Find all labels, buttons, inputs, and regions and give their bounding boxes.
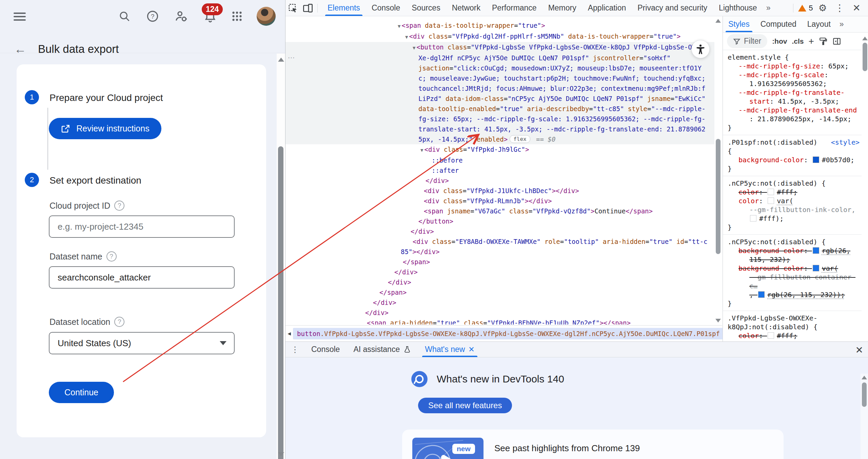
dataset-location-label: Dataset location? [50, 317, 124, 327]
avatar[interactable] [257, 7, 276, 26]
scroll-down-icon[interactable] [278, 452, 284, 456]
elements-breadcrumb: ◀ button.VfPpkd-LgbsSe.VfPpkd-LgbsSe-OWX… [285, 325, 722, 341]
issues-warning-button[interactable]: 5 [798, 4, 813, 13]
scrollbar-thumb[interactable] [863, 43, 867, 71]
css-rules[interactable]: element.style {--mdc-ripple-fg-size: 65p… [723, 50, 868, 341]
devtools-window: Elements Console Sources Network Perform… [285, 0, 868, 459]
dom-tree[interactable]: ▼<span data-is-tooltip-wrapper="true">▼<… [285, 16, 714, 325]
drawer-scrollbar[interactable] [861, 374, 868, 459]
close-tab-icon[interactable]: ✕ [468, 345, 474, 354]
sidebar-panel-icon[interactable] [832, 37, 841, 46]
open-in-new-icon [61, 124, 70, 133]
page-title: Bulk data export [38, 43, 119, 56]
scrollbar-thumb[interactable] [278, 146, 283, 459]
svg-text:?: ? [151, 13, 155, 20]
scrollbar-thumb[interactable] [862, 382, 867, 407]
devtools-tabs: Elements Console Sources Network Perform… [322, 0, 774, 16]
review-instructions-button[interactable]: Review instructions [49, 118, 161, 139]
devtools-drawer: ⋮ Console AI assistance What's new ✕ ✕ [285, 341, 868, 459]
drawer-tab-console[interactable]: Console [304, 342, 347, 357]
dataset-name-input[interactable] [49, 266, 235, 289]
more-tabs-icon[interactable]: » [763, 3, 774, 13]
hov-toggle[interactable]: :hov [772, 37, 787, 45]
review-instructions-label: Review instructions [76, 124, 149, 133]
apps-grid-icon[interactable] [228, 7, 246, 25]
continue-button[interactable]: Continue [49, 382, 114, 403]
breadcrumb-left-icon[interactable]: ◀ [285, 330, 293, 337]
help-icon[interactable]: ? [144, 7, 161, 25]
tab-console[interactable]: Console [366, 0, 406, 16]
inspect-element-icon[interactable] [285, 1, 300, 15]
drawer-menu-icon[interactable]: ⋮ [285, 345, 304, 354]
scrollbar-thumb[interactable] [716, 139, 721, 254]
step1-circle: 1 [25, 90, 39, 104]
breadcrumb-selected-node[interactable]: button.VfPpkd-LgbsSe.VfPpkd-LgbsSe-OWXEX… [293, 328, 724, 339]
elements-scrollbar[interactable] [714, 16, 722, 325]
tab-lighthouse[interactable]: Lighthouse [713, 0, 763, 16]
back-arrow-icon[interactable]: ← [14, 43, 26, 55]
more-tabs-icon[interactable]: » [836, 20, 847, 29]
continue-label: Continue [64, 388, 98, 397]
styles-toolbar: Filter :hov .cls + [723, 33, 868, 50]
kebab-menu-icon[interactable]: ⋮ [832, 2, 847, 14]
cloud-project-id-label: Cloud project ID? [50, 201, 124, 211]
help-circle-icon[interactable]: ? [114, 201, 124, 211]
whats-new-title: What's new in DevTools 140 [437, 373, 564, 385]
tab-styles[interactable]: Styles [723, 16, 755, 32]
toolbar-divider [317, 4, 318, 13]
scroll-down-icon[interactable] [715, 319, 721, 322]
user-settings-icon[interactable] [172, 7, 190, 25]
tab-privacy-security[interactable]: Privacy and security [632, 0, 713, 16]
highlights-thumbnail: new [412, 438, 484, 459]
rendering-emulation-icon[interactable] [819, 37, 828, 46]
whats-new-header: What's new in DevTools 140 [410, 370, 564, 388]
notification-badge: 124 [202, 3, 223, 15]
accessibility-fab[interactable] [691, 40, 710, 58]
device-toolbar-icon[interactable] [300, 1, 315, 15]
styles-scrollbar[interactable] [862, 34, 868, 341]
help-circle-icon[interactable]: ? [106, 251, 117, 262]
step2-title: Set export destination [50, 175, 141, 186]
close-devtools-icon[interactable]: ✕ [850, 2, 863, 14]
drawer-tabs: ⋮ Console AI assistance What's new ✕ ✕ [285, 342, 868, 357]
whats-new-panel: What's new in DevTools 140 See all new f… [285, 358, 868, 459]
tab-performance[interactable]: Performance [486, 0, 542, 16]
tab-application[interactable]: Application [582, 0, 632, 16]
settings-gear-icon[interactable]: ⚙ [815, 2, 829, 14]
tab-network[interactable]: Network [446, 0, 486, 16]
scroll-up-icon[interactable] [862, 37, 868, 40]
see-all-new-features-button[interactable]: See all new features [418, 398, 512, 413]
accessibility-person-icon [695, 43, 706, 55]
filter-funnel-icon [733, 38, 741, 45]
devtools-topbar: Elements Console Sources Network Perform… [285, 0, 868, 16]
tab-layout[interactable]: Layout [802, 16, 836, 32]
drawer-tab-whats-new[interactable]: What's new ✕ [418, 342, 481, 357]
tab-computed[interactable]: Computed [755, 16, 802, 32]
cloud-project-id-input[interactable] [49, 215, 235, 238]
chevron-down-icon [220, 341, 226, 345]
new-style-rule-icon[interactable]: + [808, 36, 814, 47]
menu-icon[interactable] [14, 11, 26, 21]
tab-memory[interactable]: Memory [542, 0, 582, 16]
drawer-tab-ai-assistance[interactable]: AI assistance [347, 342, 418, 357]
styles-filter-input[interactable]: Filter [727, 34, 767, 48]
page-titlebar: ← Bulk data export [0, 37, 285, 61]
help-circle-icon[interactable]: ? [114, 317, 124, 327]
close-drawer-icon[interactable]: ✕ [855, 345, 863, 356]
node-menu-ellipsis[interactable]: … [288, 51, 295, 60]
scroll-up-icon[interactable] [278, 58, 284, 62]
tab-elements[interactable]: Elements [322, 0, 366, 16]
dataset-location-select[interactable]: United States (US) [49, 332, 235, 354]
styles-sidebar: Styles Computed Layout » Filter :hov .cl… [723, 16, 868, 341]
highlights-card[interactable]: new See past highlights from Chrome 139 [402, 430, 784, 459]
scroll-up-icon[interactable] [862, 376, 867, 379]
elements-panel: ▼<span data-is-tooltip-wrapper="true">▼<… [285, 16, 722, 341]
step2-circle: 2 [25, 173, 39, 187]
scroll-up-icon[interactable] [715, 19, 721, 23]
tab-sources[interactable]: Sources [406, 0, 446, 16]
search-icon[interactable] [116, 7, 133, 25]
cls-toggle[interactable]: .cls [792, 37, 804, 45]
screenshot-root: ? 124 ← Bulk data export 1 Prepare your … [0, 0, 868, 459]
page-scrollbar[interactable] [277, 54, 285, 459]
step1-title: Prepare your Cloud project [50, 92, 163, 103]
